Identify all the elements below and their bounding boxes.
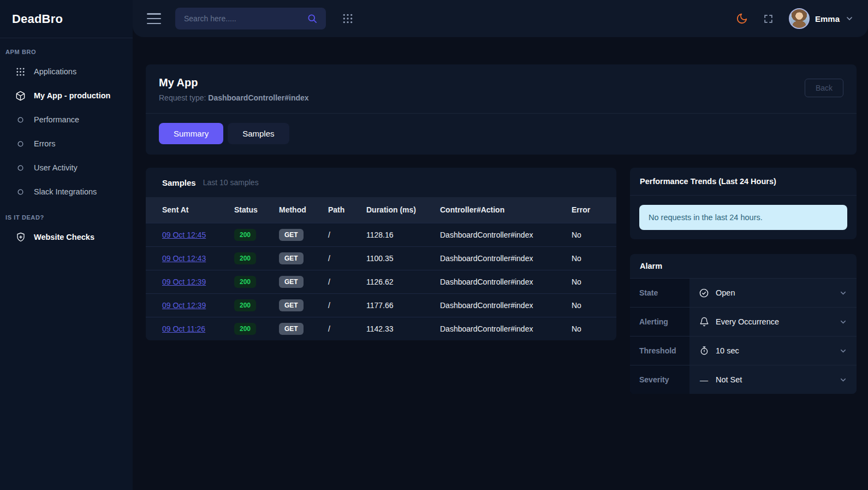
apps-launcher-icon[interactable] — [342, 13, 353, 24]
col-status: Status — [234, 197, 279, 223]
alarm-row-alerting[interactable]: Alerting Every Occurrence — [630, 307, 857, 336]
content-columns: Samples Last 10 samples Sent At Status — [146, 168, 857, 394]
search-input[interactable] — [184, 14, 305, 23]
sample-link[interactable]: 09 Oct 12:39 — [162, 301, 206, 310]
alarm-alerting-label: Alerting — [630, 308, 689, 336]
right-column: Performance Trends (Last 24 Hours) No re… — [630, 168, 857, 394]
table-row: 09 Oct 12:45 200 GET / 1128.16 Dashboard… — [146, 223, 616, 246]
method-badge: GET — [279, 299, 304, 311]
check-circle-icon — [699, 288, 709, 298]
duration-cell: 1142.33 — [366, 317, 440, 340]
sidebar-item-label: Errors — [34, 139, 55, 148]
sample-link[interactable]: 09 Oct 12:43 — [162, 254, 206, 263]
duration-cell: 1126.62 — [366, 270, 440, 293]
fullscreen-icon[interactable] — [763, 14, 774, 24]
main-area: Emma My App Request type: DashboardContr… — [133, 0, 868, 490]
samples-table: Sent At Status Method Path Duration (ms)… — [146, 197, 616, 340]
chevron-down-icon — [839, 289, 847, 297]
stopwatch-icon — [699, 346, 709, 356]
sidebar-item-slack-integrations[interactable]: Slack Integrations — [0, 180, 133, 204]
method-badge: GET — [279, 323, 304, 335]
tabs: Summary Samples — [146, 114, 857, 155]
method-badge: GET — [279, 276, 304, 288]
search-icon[interactable] — [305, 11, 319, 26]
alarm-row-state[interactable]: State Open — [630, 278, 857, 307]
sidebar-item-label: My App - production — [34, 91, 110, 100]
sample-link[interactable]: 09 Oct 11:26 — [162, 324, 205, 333]
table-row: 09 Oct 12:39 200 GET / 1126.62 Dashboard… — [146, 270, 616, 293]
samples-card: Samples Last 10 samples Sent At Status — [146, 168, 616, 340]
alarm-state-value: Open — [716, 288, 735, 297]
user-menu[interactable]: Emma — [789, 8, 854, 29]
circle-icon — [15, 115, 26, 125]
path-cell: / — [328, 270, 366, 293]
error-cell: No — [572, 317, 616, 340]
table-row: 09 Oct 12:43 200 GET / 1100.35 Dashboard… — [146, 246, 616, 270]
performance-trends-title: Performance Trends (Last 24 Hours) — [630, 168, 857, 195]
table-header-row: Sent At Status Method Path Duration (ms)… — [146, 197, 616, 223]
status-badge: 200 — [234, 276, 256, 288]
controller-cell: DashboardController#index — [440, 246, 572, 270]
sidebar-item-label: Slack Integrations — [34, 187, 97, 196]
menu-toggle-icon[interactable] — [147, 13, 161, 24]
chevron-down-icon — [839, 347, 847, 355]
avatar — [789, 8, 810, 29]
sidebar-item-label: User Activity — [34, 163, 78, 172]
sidebar-item-my-app-production[interactable]: My App - production — [0, 84, 133, 108]
samples-subtitle: Last 10 samples — [203, 178, 259, 187]
sidebar-item-applications[interactable]: Applications — [0, 60, 133, 84]
user-name: Emma — [815, 14, 840, 23]
chevron-down-icon — [839, 376, 847, 384]
alarm-card: Alarm State Open — [630, 254, 857, 394]
alarm-threshold-value: 10 sec — [716, 346, 739, 355]
error-cell: No — [572, 246, 616, 270]
method-badge: GET — [279, 229, 304, 241]
path-cell: / — [328, 223, 366, 246]
no-requests-alert: No requests in the last 24 hours. — [639, 205, 847, 230]
sample-link[interactable]: 09 Oct 12:45 — [162, 231, 206, 239]
status-badge: 200 — [234, 229, 256, 241]
sidebar: DeadBro APM BRO Applications My App - pr… — [0, 0, 133, 490]
circle-icon — [15, 163, 26, 173]
col-sent-at: Sent At — [146, 197, 234, 223]
duration-cell: 1100.35 — [366, 246, 440, 270]
sidebar-item-errors[interactable]: Errors — [0, 132, 133, 156]
apps-grid-icon — [15, 67, 26, 77]
duration-cell: 1128.16 — [366, 223, 440, 246]
dark-mode-moon-icon[interactable] — [736, 13, 748, 25]
duration-cell: 1177.66 — [366, 293, 440, 317]
tab-summary[interactable]: Summary — [159, 123, 223, 144]
alarm-row-severity[interactable]: Severity — Not Set — [630, 365, 857, 394]
app-root: DeadBro APM BRO Applications My App - pr… — [0, 0, 868, 490]
samples-title: Samples — [162, 178, 196, 187]
back-button[interactable]: Back — [805, 79, 843, 97]
bell-icon — [699, 317, 709, 327]
tab-samples[interactable]: Samples — [228, 123, 289, 144]
sample-link[interactable]: 09 Oct 12:39 — [162, 278, 206, 286]
alarm-alerting-value: Every Occurrence — [716, 317, 779, 326]
sidebar-item-performance[interactable]: Performance — [0, 108, 133, 132]
table-row: 09 Oct 12:39 200 GET / 1177.66 Dashboard… — [146, 293, 616, 317]
status-badge: 200 — [234, 299, 256, 311]
controller-cell: DashboardController#index — [440, 293, 572, 317]
sidebar-item-user-activity[interactable]: User Activity — [0, 156, 133, 180]
controller-cell: DashboardController#index — [440, 317, 572, 340]
request-type-label: Request type: — [159, 93, 206, 102]
path-cell: / — [328, 293, 366, 317]
chevron-down-icon — [845, 14, 854, 23]
alarm-row-threshold[interactable]: Threshold 10 sec — [630, 336, 857, 365]
circle-icon — [15, 139, 26, 149]
brand-logo: DeadBro — [0, 0, 133, 38]
circle-icon — [15, 187, 26, 197]
col-controller-action: Controller#Action — [440, 197, 572, 223]
request-type-value: DashboardController#index — [208, 93, 308, 102]
path-cell: / — [328, 317, 366, 340]
error-cell: No — [572, 270, 616, 293]
topbar: Emma — [133, 0, 868, 37]
sidebar-item-website-checks[interactable]: Website Checks — [0, 225, 133, 249]
search-box — [175, 8, 326, 29]
sidebar-section-apm: APM BRO — [0, 38, 133, 60]
col-path: Path — [328, 197, 366, 223]
shield-plus-icon — [15, 232, 26, 243]
app-header-card: My App Request type: DashboardController… — [146, 64, 857, 155]
